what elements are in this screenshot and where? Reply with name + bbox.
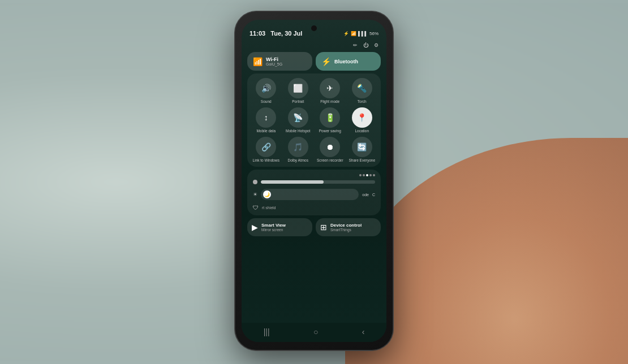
dot-5	[373, 174, 375, 176]
dot-1	[359, 174, 362, 176]
page-dots	[253, 174, 375, 176]
device-control-sub: SmartThings	[330, 228, 362, 232]
location-circle: 📍	[352, 107, 372, 128]
brightness-section: ☀ 🌙 ode C 🛡 rt shield	[247, 170, 381, 215]
back-button[interactable]: ‹	[362, 327, 365, 336]
dark-mode-row: ☀ 🌙 ode C	[253, 188, 375, 201]
mode-shortcut: C	[372, 193, 375, 197]
smart-view-text: Smart View Mirror screen	[261, 223, 286, 232]
settings-icon[interactable]: ⚙	[374, 42, 378, 48]
tile-portrait[interactable]: ⬜ Portrait	[284, 78, 313, 104]
tile-hotspot[interactable]: 📡 Mobile Hotspot	[284, 107, 313, 133]
dolby-label: Dolby Atmos	[288, 158, 309, 163]
wifi-tile[interactable]: 📶 Wi-Fi GoiU_5G	[247, 52, 312, 71]
tile-torch[interactable]: 🔦 Torch	[348, 78, 377, 104]
location-label: Location	[355, 129, 369, 133]
shield-icon: 🛡	[253, 205, 259, 211]
tile-share[interactable]: 🔄 Share Everyone	[348, 137, 377, 163]
date-display: Tue, 30 Jul	[270, 30, 302, 37]
eye-shield-row[interactable]: 🛡 rt shield	[253, 205, 375, 211]
sun-icon: ☀	[253, 192, 257, 197]
brightness-fill	[261, 180, 324, 184]
bluetooth-label: Bluetooth	[334, 59, 358, 64]
tile-screen-recorder[interactable]: ⏺ Screen recorder	[316, 137, 345, 163]
hotspot-label: Mobile Hotspot	[286, 129, 310, 133]
dolby-circle: 🎵	[288, 137, 308, 157]
status-icons: ⚡ 📶 ▌▌▌ 56%	[343, 31, 378, 36]
dot-2	[363, 174, 365, 176]
wifi-icon: 📶	[253, 57, 263, 66]
portrait-label: Portrait	[292, 99, 304, 104]
mode-label: ode	[362, 193, 369, 197]
pencil-icon[interactable]: ✏	[353, 42, 358, 48]
bluetooth-tile[interactable]: ⚡ Bluetooth	[316, 52, 381, 71]
torch-circle: 🔦	[352, 78, 372, 98]
smart-view-icon: ▶	[252, 223, 258, 232]
device-control-label: Device control	[330, 223, 362, 228]
status-time: 11:03 Tue, 30 Jul	[250, 30, 302, 37]
tile-link-windows[interactable]: 🔗 Link to Windows	[252, 137, 281, 163]
wifi-label: Wi-Fi	[266, 57, 282, 62]
wifi-tile-text: Wi-Fi GoiU_5G	[266, 57, 282, 66]
device-control-tile[interactable]: ⊞ Device control SmartThings	[316, 218, 381, 236]
time-display: 11:03	[250, 30, 265, 37]
camera-notch	[311, 25, 317, 31]
device-control-text: Device control SmartThings	[330, 223, 362, 232]
mobile-data-circle: ↕	[256, 107, 276, 128]
tile-sound[interactable]: 🔊 Sound	[252, 78, 281, 104]
nav-bar: ||| ○ ‹	[242, 323, 386, 342]
smart-view-tile[interactable]: ▶ Smart View Mirror screen	[247, 218, 312, 236]
flight-circle: ✈	[320, 78, 340, 98]
bottom-tiles-row: ▶ Smart View Mirror screen ⊞ Device cont…	[247, 218, 381, 236]
link-windows-circle: 🔗	[256, 137, 276, 157]
phone-screen: 11:03 Tue, 30 Jul ⚡ 📶 ▌▌▌ 56% ✏ ⏻ ⚙	[242, 20, 386, 342]
device-control-icon: ⊞	[320, 223, 327, 232]
dot-3	[366, 174, 368, 176]
power-saving-circle: 🔋	[320, 107, 340, 128]
shield-label: rt shield	[262, 206, 276, 210]
tile-mobile-data[interactable]: ↕ Mobile data	[252, 107, 281, 133]
scene: 11:03 Tue, 30 Jul ⚡ 📶 ▌▌▌ 56% ✏ ⏻ ⚙	[0, 0, 628, 364]
tile-power-saving[interactable]: 🔋 Power saving	[316, 107, 345, 133]
mobile-data-label: Mobile data	[256, 129, 276, 133]
edit-bar: ✏ ⏻ ⚙	[247, 41, 381, 49]
bluetooth-icon: ⚡	[321, 57, 331, 66]
phone-shell: 11:03 Tue, 30 Jul ⚡ 📶 ▌▌▌ 56% ✏ ⏻ ⚙	[235, 11, 393, 350]
dot-4	[369, 174, 372, 176]
portrait-circle: ⬜	[288, 78, 308, 98]
tile-dolby[interactable]: 🎵 Dolby Atmos	[284, 137, 313, 163]
screen-recorder-label: Screen recorder	[317, 158, 343, 163]
control-panel: ✏ ⏻ ⚙ 📶 Wi-Fi GoiU_5G ⚡ Blue	[242, 39, 386, 323]
share-circle: 🔄	[352, 137, 372, 157]
link-windows-label: Link to Windows	[253, 158, 279, 163]
tile-flight[interactable]: ✈ Flight mode	[316, 78, 345, 104]
brightness-min-icon	[253, 180, 257, 184]
power-saving-label: Power saving	[319, 129, 341, 133]
battery-display: 56%	[369, 31, 378, 36]
smart-view-sub: Mirror screen	[261, 228, 286, 232]
bt-icon: ⚡	[343, 31, 349, 36]
hotspot-circle: 📡	[288, 107, 308, 128]
brightness-bar-row	[253, 180, 375, 184]
sound-label: Sound	[261, 99, 272, 104]
top-tiles-row: 📶 Wi-Fi GoiU_5G ⚡ Bluetooth	[247, 52, 381, 71]
quick-tiles-grid: 🔊 Sound ⬜ Portrait ✈ Flight mode 🔦 Torch	[247, 73, 381, 167]
mode-thumb: 🌙	[263, 190, 271, 198]
screen-recorder-circle: ⏺	[320, 137, 340, 157]
brightness-track[interactable]	[261, 180, 375, 184]
recent-button[interactable]: |||	[264, 327, 270, 336]
signal-icon: ▌▌▌	[358, 31, 368, 36]
wifi-status-icon: 📶	[351, 31, 356, 36]
smart-view-label: Smart View	[261, 223, 286, 228]
wifi-network: GoiU_5G	[266, 62, 282, 66]
flight-label: Flight mode	[320, 99, 339, 104]
torch-label: Torch	[358, 99, 367, 104]
tile-location[interactable]: 📍 Location	[348, 107, 377, 133]
power-icon[interactable]: ⏻	[363, 42, 368, 48]
home-button[interactable]: ○	[313, 327, 318, 336]
sound-circle: 🔊	[256, 78, 276, 98]
share-label: Share Everyone	[349, 158, 375, 163]
mode-track[interactable]: 🌙	[261, 189, 359, 200]
